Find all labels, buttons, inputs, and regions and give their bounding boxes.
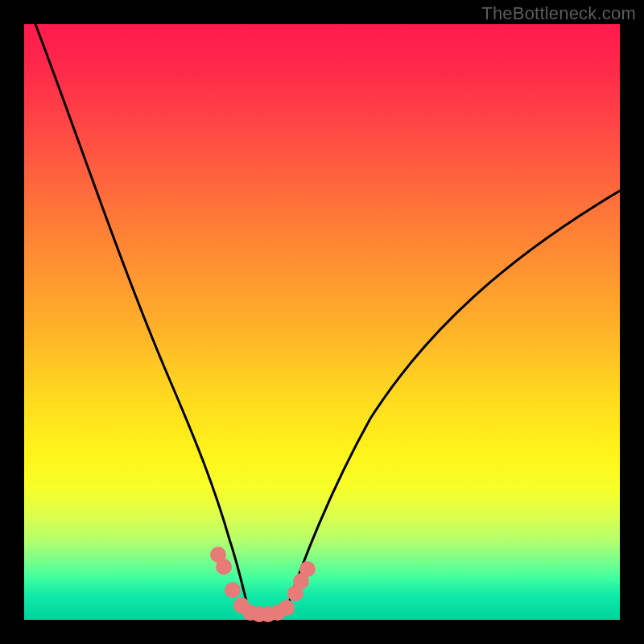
marker-point	[225, 582, 241, 598]
marker-point	[216, 559, 232, 575]
marker-point	[279, 600, 295, 616]
curve-left-arm	[35, 24, 248, 608]
curve-layer	[24, 24, 620, 620]
marker-group	[210, 547, 316, 622]
outer-frame: TheBottleneck.com	[0, 0, 644, 644]
curve-right-arm	[287, 191, 620, 609]
watermark-text: TheBottleneck.com	[481, 3, 636, 24]
marker-point	[299, 561, 316, 577]
